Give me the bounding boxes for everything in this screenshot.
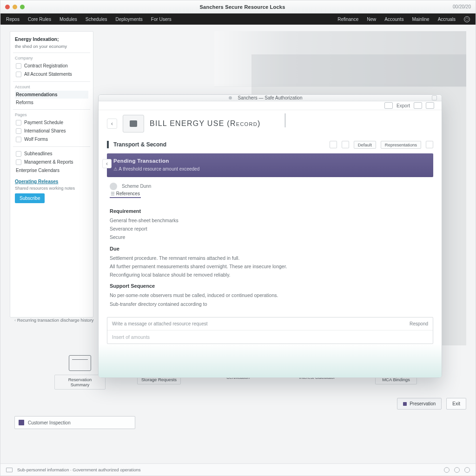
sidebar-link-heading[interactable]: Operating Releases bbox=[15, 179, 88, 184]
sidebar-title: Energy Indexation; bbox=[15, 36, 88, 43]
sidebar-item[interactable]: Wolf Forms bbox=[15, 135, 88, 144]
modal-title: BILL ENERGY USE (Record) bbox=[150, 119, 261, 128]
divider-icon bbox=[284, 113, 286, 127]
modal-toolbar: Export bbox=[99, 101, 442, 110]
representations-button[interactable]: Representations bbox=[381, 141, 421, 149]
status-bar: Sub-personnel information · Government a… bbox=[0, 463, 476, 476]
sidebar-item[interactable]: Subheadlines bbox=[15, 150, 88, 158]
sidebar-item-label: Wolf Forms bbox=[24, 137, 48, 142]
maximize-window-icon[interactable] bbox=[20, 5, 25, 9]
window-controls bbox=[5, 5, 25, 9]
respond-button[interactable]: Respond bbox=[410, 321, 428, 326]
page-body: Energy Indexation; the shed on your econ… bbox=[0, 25, 476, 476]
sidebar-aux-link[interactable]: Recurring transaction discharge history bbox=[14, 317, 94, 323]
record-meta-tab: References bbox=[110, 191, 433, 198]
reply-placeholder[interactable]: Write a message or attached resource req… bbox=[112, 321, 410, 326]
section-header: Transport & Second Default Representatio… bbox=[107, 141, 433, 149]
modal-top-label: Sanchers — Safe Authorization bbox=[238, 95, 303, 100]
nav-item[interactable]: For Users bbox=[151, 17, 172, 22]
reply-box: Write a message or attached resource req… bbox=[107, 317, 433, 344]
sidebar-item[interactable]: Management & Reports bbox=[15, 158, 88, 166]
sidebar-item[interactable]: International Shares bbox=[15, 127, 88, 135]
back-button[interactable]: ‹ bbox=[107, 119, 117, 129]
nav-item[interactable]: Refinance bbox=[337, 17, 358, 22]
content-line: All further permanent measurements share… bbox=[110, 263, 430, 270]
nav-item[interactable]: Schedules bbox=[86, 17, 107, 22]
author-name: Scheme Dunn bbox=[122, 184, 151, 189]
content-line: Sub-transfer directory contained accordi… bbox=[110, 300, 430, 308]
customer-inspection-input[interactable]: Customer Inspection bbox=[14, 416, 135, 429]
exit-button[interactable]: Exit bbox=[446, 398, 466, 410]
collapse-banner-button[interactable]: ‹ bbox=[102, 159, 112, 168]
avatar-icon bbox=[110, 183, 117, 190]
doc-icon bbox=[16, 63, 21, 69]
nav-item[interactable]: Accounts bbox=[384, 17, 403, 22]
content-heading: Due bbox=[110, 245, 430, 253]
nav-item[interactable]: Repos bbox=[6, 17, 20, 22]
doc-icon bbox=[16, 137, 21, 142]
section-label: Transport & Second bbox=[113, 141, 166, 148]
sidebar-item-label: Recommendations bbox=[16, 92, 57, 97]
sidebar-item[interactable]: Reforms bbox=[15, 99, 88, 106]
modal-footer-fade bbox=[99, 344, 442, 377]
minimize-window-icon[interactable] bbox=[13, 5, 17, 9]
nav-item[interactable]: Core Rules bbox=[28, 17, 51, 22]
status-text: Sub-personnel information · Government a… bbox=[17, 467, 141, 472]
export-button[interactable]: Export bbox=[397, 103, 410, 108]
input-label: Customer Inspection bbox=[28, 420, 71, 425]
nav-item[interactable]: New bbox=[367, 17, 376, 22]
sidebar-item-label: Payment Schedule bbox=[24, 120, 63, 125]
nav-item[interactable]: Mainline bbox=[412, 17, 429, 22]
sidebar-item-label: All Account Statements bbox=[24, 72, 72, 77]
modal-titlebar: Sanchers — Safe Authorization bbox=[99, 95, 442, 101]
sidebar-item[interactable]: Recommendations bbox=[15, 91, 88, 99]
lower-footer: Preservation Exit bbox=[10, 398, 466, 410]
sidebar-item[interactable]: Contract Registration bbox=[15, 62, 88, 70]
sidebar-item-label: Enterprise Calendars bbox=[16, 168, 60, 173]
pager-next-icon[interactable] bbox=[342, 141, 349, 148]
grid-icon[interactable] bbox=[384, 102, 393, 109]
references-tab[interactable]: References bbox=[110, 191, 141, 198]
sidebar-item-label: Subheadlines bbox=[24, 151, 53, 156]
layer-icon[interactable] bbox=[414, 102, 422, 109]
card-icon[interactable] bbox=[426, 102, 434, 109]
record-meta: Scheme Dunn bbox=[110, 183, 433, 190]
modal-header: ‹ BILL ENERGY USE (Record) bbox=[99, 110, 442, 140]
sidebar-item[interactable]: Enterprise Calendars bbox=[15, 166, 88, 174]
subscribe-button[interactable]: Subscribe bbox=[15, 193, 45, 203]
nav-item[interactable]: Accruals bbox=[438, 17, 456, 22]
swatch-icon bbox=[19, 420, 24, 425]
chat-icon[interactable] bbox=[444, 467, 450, 473]
preservation-button[interactable]: Preservation bbox=[397, 398, 442, 410]
reply-secondary-input[interactable]: Insert of amounts bbox=[107, 331, 433, 344]
nav-item[interactable]: Deployments bbox=[115, 17, 142, 22]
modal-close-icon[interactable] bbox=[432, 95, 437, 100]
sidebar-item-label: Contract Registration bbox=[24, 63, 68, 68]
modal-body: Transport & Second Default Representatio… bbox=[99, 140, 442, 377]
sidebar-item-label: Reforms bbox=[16, 100, 33, 105]
sidebar-item[interactable]: All Account Statements bbox=[15, 70, 88, 79]
sidebar-link-text: Shared resources working notes bbox=[15, 186, 88, 191]
content-line: Settlement procedure. The remnant remain… bbox=[110, 254, 430, 262]
settings-gear-icon[interactable] bbox=[464, 16, 470, 22]
sidebar-subtitle: the shed on your economy bbox=[15, 44, 88, 49]
modal-indicator-icon bbox=[229, 96, 232, 99]
default-button[interactable]: Default bbox=[354, 141, 376, 149]
more-icon[interactable] bbox=[426, 141, 433, 148]
primary-nav: Repos Core Rules Modules Schedules Deplo… bbox=[0, 13, 476, 25]
sidebar-section-label: Account bbox=[15, 85, 88, 89]
pager-prev-icon[interactable] bbox=[330, 141, 337, 148]
titlebar: Sanchers Secure Resource Locks 00/20/20 bbox=[0, 0, 476, 13]
sidebar-section-label: Pages bbox=[15, 112, 88, 117]
sidebar-item-label: Management & Reports bbox=[24, 159, 73, 165]
nav-item[interactable]: Modules bbox=[60, 17, 77, 22]
help-icon[interactable] bbox=[454, 467, 460, 473]
doc-icon bbox=[16, 159, 21, 165]
sidebar-item[interactable]: Payment Schedule bbox=[15, 119, 88, 127]
content-line: Secure bbox=[110, 233, 430, 241]
status-icon bbox=[6, 468, 13, 472]
record-thumbnail-icon bbox=[123, 115, 144, 132]
sync-icon[interactable] bbox=[464, 467, 470, 473]
accent-bar-icon bbox=[107, 141, 109, 148]
close-window-icon[interactable] bbox=[5, 5, 10, 9]
